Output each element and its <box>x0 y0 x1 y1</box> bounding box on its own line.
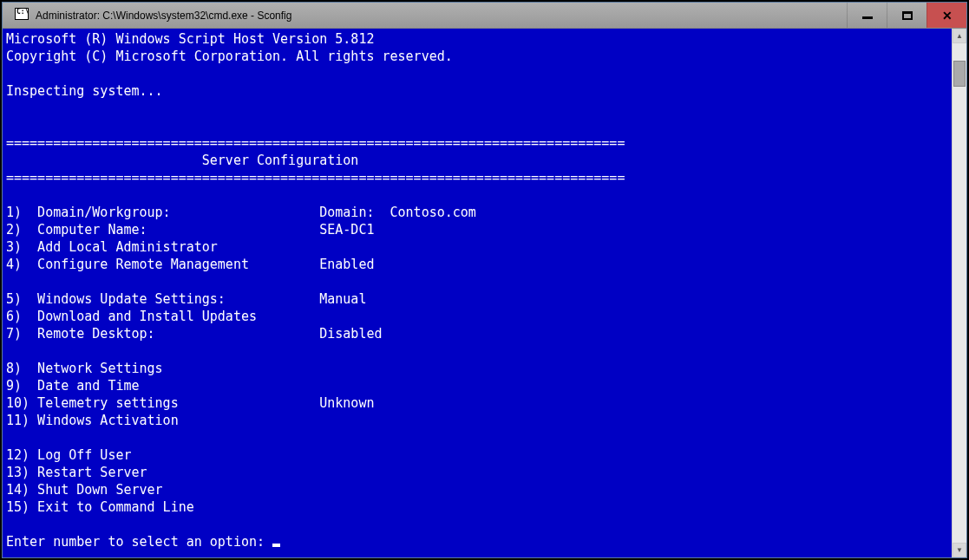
menu-item-label: 6) Download and Install Updates <box>6 309 319 324</box>
inspecting-line: Inspecting system... <box>6 83 163 99</box>
menu-item-label: 10) Telemetry settings <box>6 395 319 411</box>
menu-item[interactable]: 15) Exit to Command Line <box>6 498 950 516</box>
menu-item-label: 9) Date and Time <box>6 378 319 394</box>
menu-list: 1) Domain/Workgroup: Domain: Contoso.com… <box>6 204 950 516</box>
scroll-up-arrow[interactable]: ▲ <box>953 29 966 43</box>
menu-item[interactable]: 4) Configure Remote Management Enabled <box>6 256 950 273</box>
console-line: Copyright (C) Microsoft Corporation. All… <box>6 49 453 64</box>
menu-item-label: 13) Restart Server <box>6 465 319 480</box>
cmd-icon <box>8 8 29 23</box>
cmd-window: Administrator: C:\Windows\system32\cmd.e… <box>2 2 967 558</box>
window-controls: ✕ <box>847 3 966 28</box>
vertical-scrollbar[interactable]: ▲ ▼ <box>952 29 966 557</box>
menu-item[interactable]: 10) Telemetry settings Unknown <box>6 394 950 412</box>
minimize-icon <box>862 16 873 19</box>
menu-item-label: 15) Exit to Command Line <box>6 499 319 515</box>
menu-item-value: Enabled <box>319 257 374 272</box>
menu-item[interactable]: 11) Windows Activation <box>6 412 950 429</box>
maximize-icon <box>902 11 913 20</box>
menu-item-label: 7) Remote Desktop: <box>6 326 319 342</box>
menu-item-label: 12) Log Off User <box>6 447 319 463</box>
menu-item[interactable]: 12) Log Off User <box>6 446 950 464</box>
menu-item-value: SEA-DC1 <box>319 222 374 238</box>
divider-line: ========================================… <box>6 170 625 186</box>
menu-item-label: 11) Windows Activation <box>6 413 319 428</box>
menu-item-label: 2) Computer Name: <box>6 222 319 238</box>
close-button[interactable]: ✕ <box>926 3 966 28</box>
console-line: Microsoft (R) Windows Script Host Versio… <box>6 31 374 47</box>
prompt-text: Enter number to select an option: <box>6 534 272 550</box>
menu-item[interactable]: 3) Add Local Administrator <box>6 238 950 256</box>
divider-line: ========================================… <box>6 135 625 151</box>
client-area: Microsoft (R) Windows Script Host Versio… <box>3 29 966 557</box>
menu-item-value: Manual <box>319 291 366 307</box>
scroll-track[interactable] <box>953 43 966 543</box>
menu-item-value: Domain: Contoso.com <box>319 205 476 220</box>
menu-item[interactable]: 13) Restart Server <box>6 464 950 481</box>
menu-item-label: 1) Domain/Workgroup: <box>6 205 319 220</box>
menu-item-value: Unknown <box>319 395 374 411</box>
menu-item[interactable]: 5) Windows Update Settings: Manual <box>6 290 950 308</box>
menu-item[interactable]: 8) Network Settings <box>6 360 950 377</box>
menu-item[interactable]: 2) Computer Name: SEA-DC1 <box>6 221 950 238</box>
minimize-button[interactable] <box>847 3 887 28</box>
menu-item-label: 8) Network Settings <box>6 361 319 376</box>
menu-item-label: 14) Shut Down Server <box>6 482 319 498</box>
window-title: Administrator: C:\Windows\system32\cmd.e… <box>36 10 847 22</box>
menu-item-label: 3) Add Local Administrator <box>6 239 319 255</box>
menu-item[interactable]: 7) Remote Desktop: Disabled <box>6 325 950 342</box>
scroll-down-arrow[interactable]: ▼ <box>953 543 966 557</box>
header-title: Server Configuration <box>6 153 358 168</box>
titlebar[interactable]: Administrator: C:\Windows\system32\cmd.e… <box>3 3 966 29</box>
menu-item-label: 4) Configure Remote Management <box>6 257 319 272</box>
menu-item-label: 5) Windows Update Settings: <box>6 291 319 307</box>
menu-item[interactable]: 9) Date and Time <box>6 377 950 394</box>
console-output[interactable]: Microsoft (R) Windows Script Host Versio… <box>3 29 952 557</box>
menu-item[interactable]: 6) Download and Install Updates <box>6 308 950 325</box>
menu-item[interactable]: 14) Shut Down Server <box>6 481 950 498</box>
menu-item[interactable]: 1) Domain/Workgroup: Domain: Contoso.com <box>6 204 950 221</box>
scroll-thumb[interactable] <box>953 61 966 87</box>
menu-item-value: Disabled <box>319 326 382 342</box>
maximize-button[interactable] <box>887 3 926 28</box>
close-icon: ✕ <box>942 9 953 23</box>
cursor <box>272 544 280 547</box>
